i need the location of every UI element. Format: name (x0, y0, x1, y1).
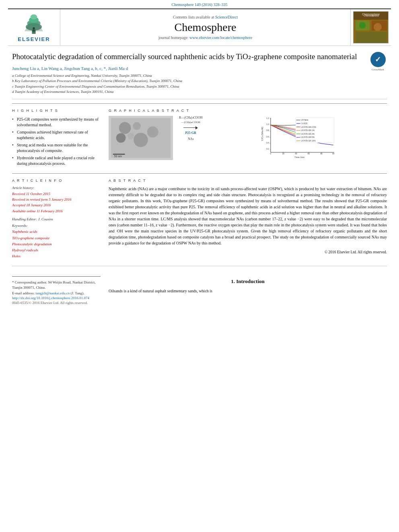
highlight-item-1: P25-GR composites were synthesized by me… (12, 116, 101, 129)
highlight-item-4: Hydroxide radical and hole played a cruc… (12, 154, 101, 167)
svg-text:40: 40 (295, 152, 298, 154)
page-wrapper: Chemosphere 149 (2016) 328–335 (0, 0, 399, 313)
email-suffix: (J. Tang). (71, 291, 84, 295)
svg-text:0.6: 0.6 (267, 136, 269, 138)
accepted-date: Accepted 18 January 2016 (12, 202, 101, 208)
authors: Juncheng Liu a, Lin Wang a, Jingchun Tan… (12, 66, 363, 71)
received-revised-date: Received in revised form 5 January 2016 (12, 197, 101, 202)
svg-text:Chemosphere: Chemosphere (364, 14, 379, 17)
svg-text:0.4: 0.4 (267, 142, 269, 144)
journal-cover-image: Chemosphere (353, 11, 389, 43)
svg-point-6 (33, 27, 35, 29)
elsevier-logo: ELSEVIER (18, 13, 50, 42)
keyword-3: Photocatalytic degradation (12, 241, 101, 247)
introduction-section: 1. Introduction Oilsands is a kind of na… (109, 276, 387, 305)
article-title-text: Photocatalytic degradation of commercial… (12, 52, 363, 95)
elsevier-label: ELSEVIER (18, 36, 50, 42)
keyword-1: Naphthenic acids (12, 229, 101, 235)
abstract-col: A B S T R A C T Naphthenic acids (NAs) a… (109, 179, 387, 260)
keyword-2: TiO₂-graphene composite (12, 235, 101, 241)
svg-text:Time /min: Time /min (295, 156, 305, 158)
email-link[interactable]: tangjch@nankai.edu.cn (35, 291, 70, 295)
svg-text:UV-false: UV-false (301, 119, 309, 121)
issn-text: 0045-6535/© 2016 Elsevier Ltd. All right… (12, 301, 101, 305)
svg-text:UV-P25-GR-3%: UV-P25-GR-3% (301, 133, 315, 135)
corresponding-note: * Corresponding author. 94 Weijin Road, … (12, 280, 96, 290)
abstract-title: A B S T R A C T (109, 179, 387, 183)
svg-point-25 (147, 126, 158, 138)
svg-text:0.2: 0.2 (267, 148, 269, 150)
svg-rect-26 (113, 154, 125, 154)
journal-homepage: journal homepage: www.elsevier.com/locat… (158, 35, 252, 40)
highlight-item-3: Strong acid media was more suitable for … (12, 142, 101, 154)
available-date: Available online 11 February 2016 (12, 208, 101, 214)
author-list: Juncheng Liu a, Lin Wang a, Jingchun Tan… (12, 66, 128, 71)
molecular-formula-top: R—(CH₂)ₙCOOH (179, 116, 202, 119)
intro-heading: 1. Introduction (109, 278, 387, 285)
article-title-section: Photocatalytic degradation of commercial… (12, 52, 387, 99)
molecular-formula-bottom: —(CH₂)ₙCOOH (181, 120, 200, 125)
svg-text:C/C₀ (NAs-M): C/C₀ (NAs-M) (261, 127, 263, 141)
keyword-4: Hydroxyl radicals (12, 247, 101, 253)
crossmark-circle: ✓ (370, 52, 386, 67)
graphical-abstract-col: G R A P H I C A L A B S T R A C T (109, 109, 387, 167)
svg-text:UV-P25-GR-1%: UV-P25-GR-1% (301, 129, 315, 131)
crossmark-badge[interactable]: ✓ CrossMark (369, 52, 387, 71)
journal-ref-text: Chemosphere 149 (2016) 328–335 (171, 2, 227, 7)
svg-text:I-V-P25: I-V-P25 (301, 123, 308, 125)
corresponding-author-info: * Corresponding author. 94 Weijin Road, … (12, 280, 101, 296)
journal-name: Chemosphere (175, 21, 237, 34)
article-title: Photocatalytic degradation of commercial… (12, 52, 363, 62)
doi-link[interactable]: http://dx.doi.org/10.1016/j.chemosphere.… (12, 296, 101, 300)
svg-text:50 nm: 50 nm (114, 155, 122, 158)
affiliation-a: a College of Environmental Science and E… (12, 73, 363, 79)
keyword-5: Holes (12, 253, 101, 259)
keywords-section: Keywords: Naphthenic acids TiO₂-graphene… (12, 224, 101, 259)
email-label: E-mail address: (12, 291, 35, 295)
graphical-abstract: 50 nm R—(CH₂)ₙCOOH —(CH₂)ₙCOOH (109, 116, 387, 160)
article-history: Article history: Received 11 October 201… (12, 186, 101, 214)
keywords-list: Naphthenic acids TiO₂-graphene composite… (12, 229, 101, 259)
journal-cover: Chemosphere (351, 9, 391, 45)
svg-rect-16 (356, 32, 387, 43)
svg-text:20: 20 (282, 152, 285, 154)
intro-text: Oilsands is a kind of natural asphalt se… (109, 288, 387, 294)
keywords-title: Keywords: (12, 224, 101, 228)
ga-chart: C/C₀ (NAs-M) Time /min 1.2 1.0 0.8 0.6 (208, 116, 387, 160)
svg-text:0.8: 0.8 (267, 129, 269, 131)
graphical-abstract-label: G R A P H I C A L A B S T R A C T (109, 109, 387, 113)
sciencedirect-anchor[interactable]: ScienceDirect (215, 15, 238, 19)
copyright-text: © 2016 Elsevier Ltd. All rights reserved… (109, 249, 387, 255)
homepage-link[interactable]: www.elsevier.com/locate/chemosphere (189, 35, 252, 40)
nas-label: NAs (188, 137, 194, 141)
highlights-graphical-section: H I G H L I G H T S P25-GR composites we… (12, 103, 387, 167)
introduction-body: 1. Introduction Oilsands is a kind of na… (109, 276, 387, 294)
p25-gr-label: P25-GR (185, 131, 196, 135)
journal-header: ELSEVIER Contents lists available at Sci… (8, 8, 391, 46)
p25-gr-arrow (183, 126, 198, 129)
svg-point-21 (133, 122, 141, 130)
highlight-item-2: Composites achieved higher removal rate … (12, 129, 101, 142)
article-info-col: A R T I C L E I N F O Article history: R… (12, 179, 101, 260)
footer-divider (12, 266, 387, 266)
elsevier-logo-section: ELSEVIER (8, 9, 60, 45)
molecule-svg: 50 nm (109, 116, 173, 160)
svg-point-20 (119, 122, 131, 134)
svg-point-15 (359, 22, 366, 29)
cover-svg: Chemosphere (354, 12, 389, 43)
svg-point-22 (116, 133, 126, 143)
affiliation-b: b Key Laboratory of Pollution Processes … (12, 78, 363, 84)
handling-editor: Handling Editor: J. Cousins (12, 217, 101, 221)
reaction-arrow: R—(CH₂)ₙCOOH —(CH₂)ₙCOOH P25-GR NAs (177, 116, 204, 141)
sciencedirect-link: Contents lists available at ScienceDirec… (173, 15, 238, 19)
affiliation-c: c Tsanjin Engineering Center of Environm… (12, 84, 363, 90)
svg-text:80: 80 (321, 152, 323, 154)
highlights-col: H I G H L I G H T S P25-GR composites we… (12, 109, 101, 167)
journal-header-center: Contents lists available at ScienceDirec… (60, 9, 351, 45)
svg-text:0: 0 (270, 152, 271, 154)
article-info-title: A R T I C L E I N F O (12, 179, 101, 183)
svg-text:90: 90 (333, 152, 335, 154)
svg-point-5 (31, 14, 37, 19)
affiliations: a College of Environmental Science and E… (12, 73, 363, 95)
svg-point-23 (128, 133, 134, 139)
